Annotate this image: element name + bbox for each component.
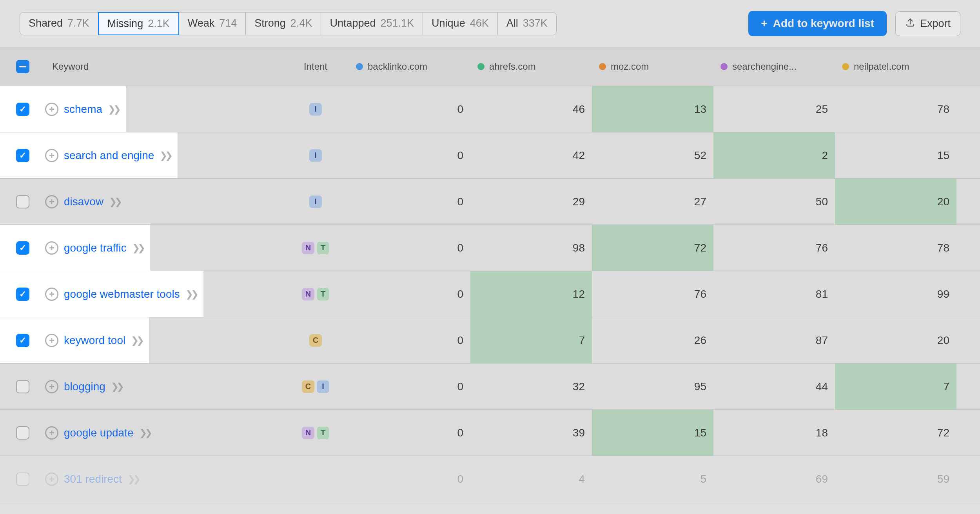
chevron-right-icon[interactable]: ❯❯ xyxy=(160,150,171,161)
value-cell: 0 xyxy=(349,86,470,132)
chevron-right-icon[interactable]: ❯❯ xyxy=(185,289,196,300)
value-cell: 20 xyxy=(835,317,956,363)
keyword-link[interactable]: disavow xyxy=(64,195,103,208)
value-cell: 39 xyxy=(470,410,592,456)
header-volume[interactable]: Vo xyxy=(956,47,980,86)
value-cell: 13 xyxy=(592,86,713,132)
table-row: +keyword tool❯❯C07268720 xyxy=(0,317,980,364)
filter-label: Unique xyxy=(432,17,465,29)
row-checkbox-cell[interactable] xyxy=(0,317,45,363)
row-checkbox[interactable] xyxy=(16,288,29,301)
add-keyword-icon[interactable]: + xyxy=(45,334,58,347)
header-comp-4[interactable]: neilpatel.com xyxy=(835,47,956,86)
row-checkbox[interactable] xyxy=(16,380,29,393)
value-cell: 95 xyxy=(592,364,713,409)
filter-count: 714 xyxy=(219,17,237,29)
value-cell: 52 xyxy=(592,132,713,178)
row-checkbox-cell[interactable] xyxy=(0,410,45,456)
add-keyword-icon[interactable]: + xyxy=(45,426,58,440)
row-checkbox[interactable] xyxy=(16,149,29,162)
filter-tab-all[interactable]: All337K xyxy=(497,12,557,35)
value-cell: 4 xyxy=(470,456,592,502)
header-comp-1[interactable]: ahrefs.com xyxy=(470,47,592,86)
row-checkbox-cell[interactable] xyxy=(0,179,45,224)
add-keyword-icon[interactable]: + xyxy=(45,380,58,393)
filter-label: Untapped xyxy=(330,17,376,29)
chevron-right-icon[interactable]: ❯❯ xyxy=(111,381,122,392)
row-checkbox[interactable] xyxy=(16,103,29,116)
intent-badge-I: I xyxy=(309,149,322,162)
header-comp-0[interactable]: backlinko.com xyxy=(349,47,470,86)
table-row: +google update❯❯NT039151872 xyxy=(0,410,980,456)
chevron-right-icon[interactable]: ❯❯ xyxy=(109,196,120,207)
row-checkbox-cell[interactable] xyxy=(0,225,45,271)
row-checkbox-cell[interactable] xyxy=(0,132,45,178)
add-keyword-icon[interactable]: + xyxy=(45,149,58,162)
value-cell: 15 xyxy=(835,132,956,178)
value-cell-overflow xyxy=(956,179,980,224)
row-checkbox[interactable] xyxy=(16,195,29,208)
add-keyword-icon[interactable]: + xyxy=(45,288,58,301)
value-cell: 15 xyxy=(592,410,713,456)
value-cell: 78 xyxy=(835,86,956,132)
chevron-right-icon[interactable]: ❯❯ xyxy=(132,243,143,253)
value-cell: 59 xyxy=(835,456,956,502)
filter-tab-untapped[interactable]: Untapped251.1K xyxy=(321,12,423,35)
row-checkbox-cell[interactable] xyxy=(0,86,45,132)
value-cell-overflow xyxy=(956,132,980,178)
keyword-link[interactable]: keyword tool xyxy=(64,334,125,347)
header-comp-3[interactable]: searchengine... xyxy=(713,47,835,86)
export-label: Export xyxy=(920,18,951,30)
filter-tab-weak[interactable]: Weak714 xyxy=(179,12,246,35)
chevron-right-icon[interactable]: ❯❯ xyxy=(139,427,150,438)
intent-badge-I: I xyxy=(309,195,322,208)
select-all-checkbox[interactable] xyxy=(16,60,29,73)
filter-tab-strong[interactable]: Strong2.4K xyxy=(245,12,321,35)
intent-cell xyxy=(282,456,349,502)
add-keyword-icon[interactable]: + xyxy=(45,195,58,208)
row-checkbox[interactable] xyxy=(16,334,29,347)
header-keyword[interactable]: Keyword xyxy=(45,47,282,86)
add-to-keyword-list-button[interactable]: + Add to keyword list xyxy=(748,11,887,36)
keyword-cell: +google webmaster tools❯❯ xyxy=(45,271,282,317)
add-keyword-icon[interactable]: + xyxy=(45,241,58,255)
keyword-link[interactable]: 301 redirect xyxy=(64,473,122,485)
keyword-link[interactable]: google update xyxy=(64,427,134,439)
keyword-link[interactable]: blogging xyxy=(64,380,105,393)
export-icon xyxy=(905,17,915,30)
filter-tab-shared[interactable]: Shared7.7K xyxy=(20,12,98,35)
chevron-right-icon[interactable]: ❯❯ xyxy=(108,104,119,115)
row-checkbox-cell[interactable] xyxy=(0,456,45,502)
row-checkbox[interactable] xyxy=(16,426,29,440)
add-keyword-icon[interactable]: + xyxy=(45,472,58,486)
row-checkbox[interactable] xyxy=(16,241,29,255)
row-checkbox-cell[interactable] xyxy=(0,271,45,317)
keyword-link[interactable]: search and engine xyxy=(64,149,154,162)
value-cell: 72 xyxy=(592,225,713,271)
header-comp-2[interactable]: moz.com xyxy=(592,47,713,86)
add-keyword-icon[interactable]: + xyxy=(45,103,58,116)
keyword-cell: +google traffic❯❯ xyxy=(45,225,282,271)
chevron-right-icon[interactable]: ❯❯ xyxy=(127,474,138,485)
value-cell: 25 xyxy=(713,86,835,132)
value-cell: 0 xyxy=(349,317,470,363)
keyword-link[interactable]: google traffic xyxy=(64,242,127,254)
header-select-all[interactable] xyxy=(0,47,45,86)
header-intent[interactable]: Intent xyxy=(282,47,349,86)
row-checkbox-cell[interactable] xyxy=(0,364,45,409)
table-row: +google traffic❯❯NT098727678 xyxy=(0,225,980,271)
keyword-link[interactable]: google webmaster tools xyxy=(64,288,180,300)
keyword-link[interactable]: schema xyxy=(64,103,102,116)
export-button[interactable]: Export xyxy=(895,11,960,36)
filter-tab-missing[interactable]: Missing2.1K xyxy=(98,12,179,35)
value-cell: 26 xyxy=(592,317,713,363)
keyword-cell: +disavow❯❯ xyxy=(45,179,282,224)
value-cell: 0 xyxy=(349,364,470,409)
filter-label: Missing xyxy=(107,18,143,30)
row-checkbox[interactable] xyxy=(16,472,29,486)
filter-tab-unique[interactable]: Unique46K xyxy=(423,12,498,35)
value-cell: 50 xyxy=(713,179,835,224)
filter-tabs: Shared7.7KMissing2.1KWeak714Strong2.4KUn… xyxy=(20,12,557,35)
filter-label: Shared xyxy=(29,17,63,29)
chevron-right-icon[interactable]: ❯❯ xyxy=(131,335,142,346)
